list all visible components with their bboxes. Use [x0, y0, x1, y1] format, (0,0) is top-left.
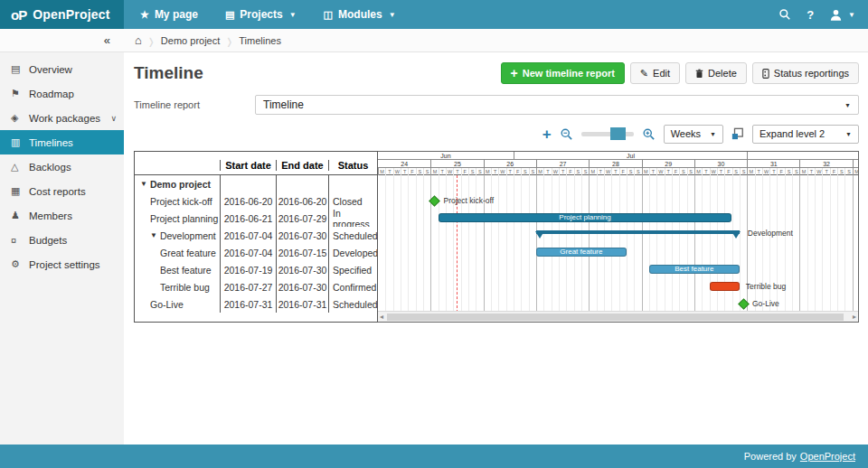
gantt-day-letter: T	[543, 168, 551, 175]
table-row-go-live[interactable]: Go-Live2016-07-312016-07-31Scheduled	[135, 295, 377, 313]
gantt-month-jul: Jul	[514, 152, 747, 160]
sidebar-item-budgets[interactable]: ¤Budgets	[0, 228, 124, 252]
zoom-slider-thumb[interactable]	[610, 127, 626, 140]
gantt-day-letter: F	[461, 168, 468, 175]
gantt-day-letter: W	[552, 168, 559, 175]
edit-button[interactable]: ✎ Edit	[630, 62, 680, 84]
timelines-icon: ▥	[11, 136, 29, 148]
gantt-week-29: 29	[642, 160, 694, 168]
gantt-week-28: 28	[589, 160, 641, 168]
gantt-day-letter: S	[844, 168, 852, 175]
search-icon[interactable]	[778, 8, 791, 21]
sidebar-item-cost-reports[interactable]: ▦Cost reports	[0, 179, 124, 203]
scroll-left-arrow[interactable]: ◂	[380, 312, 383, 322]
gantt-day-letter: T	[822, 168, 829, 175]
table-row-project-planning[interactable]: Project planning2016-06-212016-07-29In p…	[135, 210, 377, 227]
outline-levels-icon[interactable]	[731, 127, 744, 140]
gantt-day-letter: F	[724, 168, 731, 175]
gantt-day-gridline	[439, 175, 439, 313]
sidebar-item-backlogs[interactable]: △Backlogs	[0, 154, 124, 179]
gantt-day-gridline	[619, 175, 620, 313]
wp-status-cell: Closed	[328, 192, 377, 210]
gantt-day-letter: S	[837, 168, 844, 175]
budgets-icon: ¤	[11, 235, 29, 246]
timeline-report-label: Timeline report	[134, 99, 255, 110]
gantt-day-letter: S	[687, 168, 694, 175]
gantt-week-31: 31	[747, 160, 799, 168]
sidebar-item-label: Members	[29, 211, 117, 221]
add-icon[interactable]: +	[542, 126, 552, 142]
zoom-unit-select[interactable]: Weeks ▼	[664, 125, 723, 144]
status-reportings-button[interactable]: Status reportings	[752, 62, 859, 84]
gantt-day-gridline	[830, 175, 831, 313]
home-icon[interactable]: ⌂	[135, 33, 142, 47]
gantt-day-letter: S	[529, 168, 536, 175]
gantt-horizontal-scrollbar[interactable]: ◂ ▸	[378, 311, 858, 322]
gantt-day-letter: F	[408, 168, 415, 175]
gantt-day-letter: T	[702, 168, 709, 175]
wp-status-cell: Developed	[328, 244, 377, 261]
gantt-day-letter: S	[574, 168, 581, 175]
nav-my-page[interactable]: ★ My page	[140, 8, 198, 21]
table-row-demo-project[interactable]: ▼Demo project	[135, 175, 377, 192]
table-row-best-feature[interactable]: Best feature2016-07-192016-07-30Specifie…	[135, 261, 377, 278]
sidebar-item-overview[interactable]: ▤Overview	[0, 57, 124, 81]
gantt-day-gridline	[401, 175, 401, 313]
collapse-arrow-icon[interactable]: ▼	[150, 231, 157, 239]
zoom-out-icon[interactable]	[560, 127, 573, 141]
gantt-bar-project-planning[interactable]: Project planning	[439, 213, 732, 222]
sidebar-item-label: Backlogs	[29, 162, 117, 173]
breadcrumb: « ⌂ › Demo project › Timelines	[0, 29, 868, 52]
wp-end-cell: 2016-07-30	[276, 227, 328, 244]
sidebar-item-work-packages[interactable]: ◈Work packages∨	[0, 106, 124, 130]
sidebar-item-label: Work packages	[29, 113, 110, 124]
collapse-arrow-icon[interactable]: ▼	[140, 180, 147, 188]
wp-name-cell: Best feature	[135, 261, 220, 278]
sidebar-item-timelines[interactable]: ▥Timelines	[0, 130, 124, 154]
gantt-week-27: 27	[536, 160, 589, 168]
zoom-slider[interactable]	[581, 132, 634, 136]
gantt-bar-best-feature[interactable]: Best feature	[649, 265, 740, 274]
gantt-summary-bar-development[interactable]	[536, 230, 740, 234]
breadcrumb-item-project[interactable]: Demo project	[161, 35, 220, 46]
wp-name-cell: Project kick-off	[135, 192, 220, 210]
scrollbar-thumb[interactable]	[387, 314, 844, 321]
sidebar-collapse-button[interactable]: «	[0, 33, 124, 47]
new-timeline-report-button[interactable]: + New timeline report	[501, 62, 625, 84]
gantt-bar-terrible-bug[interactable]	[710, 282, 740, 291]
zoom-in-icon[interactable]	[642, 127, 656, 141]
gantt-week-24: 24	[378, 160, 430, 168]
gantt-day-letter: F	[514, 168, 521, 175]
openproject-footer-link[interactable]: OpenProject	[800, 451, 855, 462]
nav-projects[interactable]: ▤ Projects ▼	[225, 8, 297, 21]
sidebar-item-roadmap[interactable]: ⚑Roadmap	[0, 81, 124, 106]
nav-modules[interactable]: ◫ Modules ▼	[324, 8, 396, 21]
gantt-day-letter: T	[559, 168, 566, 175]
gantt-day-letter: S	[476, 168, 483, 175]
user-menu[interactable]: ▼	[829, 8, 855, 22]
wp-name: Best feature	[160, 265, 212, 276]
delete-button[interactable]: Delete	[685, 62, 747, 84]
gantt-day-gridline	[521, 175, 522, 313]
sidebar-item-members[interactable]: ♟Members	[0, 203, 124, 228]
breadcrumb-item-timelines[interactable]: Timelines	[239, 35, 281, 46]
table-row-development[interactable]: ▼Development2016-07-042016-07-30Schedule…	[135, 227, 377, 244]
gantt-week-26: 26	[484, 160, 536, 168]
table-row-project-kick-off[interactable]: Project kick-off2016-06-202016-06-20Clos…	[135, 192, 377, 210]
openproject-app: oP OpenProject ★ My page ▤ Projects ▼ ◫ …	[0, 0, 868, 468]
expand-level-select[interactable]: Expand level 2 ▼	[752, 125, 859, 144]
timeline-report-select[interactable]: Timeline ▼	[255, 95, 859, 115]
openproject-logo[interactable]: oP OpenProject	[0, 0, 124, 29]
gantt-bar-great-feature[interactable]: Great feature	[536, 248, 627, 257]
table-row-great-feature[interactable]: Great feature2016-07-042016-07-15Develop…	[135, 244, 377, 261]
table-row-terrible-bug[interactable]: Terrible bug2016-07-272016-07-30Confirme…	[135, 278, 377, 295]
gantt-day-letter: F	[672, 168, 679, 175]
wp-name-cell: Great feature	[135, 244, 220, 261]
plus-icon: +	[511, 66, 518, 80]
gantt-day-letter: W	[604, 168, 611, 175]
gantt-day-gridline	[408, 175, 409, 313]
gantt-day-gridline	[724, 175, 725, 313]
scroll-right-arrow[interactable]: ▸	[853, 312, 856, 322]
help-button[interactable]: ?	[807, 8, 814, 22]
sidebar-item-project-settings[interactable]: ⚙Project settings	[0, 252, 124, 276]
